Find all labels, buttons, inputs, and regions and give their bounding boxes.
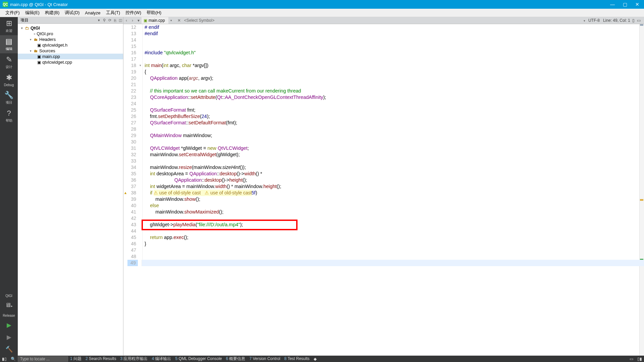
code-line[interactable]: 16#include "qtvlcwidget.h" [123,50,644,56]
code-text[interactable]: mainWindow.resize(mainWindow.sizeHint())… [142,164,246,171]
menu-item[interactable]: 编辑(E) [22,9,42,16]
code-text[interactable]: if (((float)widgetArea / (float)desktopA… [142,190,257,196]
sync-icon[interactable]: ⟳ [107,18,112,22]
maximize-button[interactable]: ▢ [623,2,627,7]
output-panel-button[interactable]: 1 问题 [68,356,84,361]
rail-item-编辑[interactable]: ▤编辑 [0,35,18,53]
dropdown-icon[interactable]: ▾ [96,18,102,22]
code-line[interactable]: ▲38 if (((float)widgetArea / (float)desk… [123,190,644,196]
code-line[interactable]: 17 [123,56,644,62]
code-text[interactable]: int main(int argc, char *argv[]) [142,62,208,69]
code-text[interactable]: #endif [142,31,158,37]
code-line[interactable]: 19{ [123,69,644,75]
menu-item[interactable]: 控件(W) [123,9,144,16]
split-right-icon[interactable]: ▯ [632,18,635,23]
tree-node[interactable]: ▾🖿Headers [18,37,123,42]
fold-icon[interactable]: ▾ [138,62,142,69]
project-tree[interactable]: ▾🗀QtGl▫QtGl.pro▾🖿Headers▣qtvlcwidget.h▾🖿… [18,24,123,66]
menu-item[interactable]: 工具(T) [103,9,123,16]
code-text[interactable]: else [142,202,159,209]
menu-item[interactable]: 帮助(H) [144,9,164,16]
output-panel-button[interactable]: 2 Search Results [84,356,118,361]
rail-hammer-button[interactable]: 🔨 [0,344,18,356]
code-line[interactable]: 32 mainWindow.setCentralWidget(glWidget)… [123,152,644,158]
code-line[interactable]: 20 QApplication app(argc, argv); [123,75,644,81]
locator-input[interactable]: Type to locate ... [18,356,68,362]
code-line[interactable]: 49 [123,260,644,266]
code-line[interactable]: 18▾int main(int argc, char *argv[]) [123,62,644,69]
tree-node[interactable]: ▣qtvlcwidget.cpp [18,59,123,65]
code-line[interactable]: 24 [123,101,644,107]
output-panel-button[interactable]: 7 Version Control [248,356,282,361]
code-text[interactable] [142,247,145,253]
symbol-selector[interactable]: <Select Symbol> [181,18,218,23]
tab-close-icon[interactable]: ✕ [177,18,181,23]
code-text[interactable] [142,101,145,107]
code-line[interactable]: 45 return app.exec(); [123,234,644,241]
code-line[interactable]: 41 mainWindow.showMaximized(); [123,209,644,215]
code-line[interactable]: 35 int desktopArea = QApplication::deskt… [123,171,644,177]
rail-item-项目[interactable]: 🔧项目 [0,89,18,107]
code-text[interactable]: fmt.setDepthBufferSize(24); [142,113,210,120]
rail-item-帮助[interactable]: ?帮助 [0,107,18,125]
code-line[interactable]: 27 QSurfaceFormat::setDefaultFormat(fmt)… [123,120,644,126]
code-line[interactable]: 28 [123,126,644,132]
encoding-chev-icon[interactable]: ▾ [582,19,587,22]
code-text[interactable] [142,43,145,50]
filter-icon[interactable]: ⚲ [102,18,107,22]
code-text[interactable]: // this important so we can call makeCur… [142,88,301,94]
code-text[interactable]: QSurfaceFormat::setDefaultFormat(fmt); [142,120,237,126]
nav-menu-button[interactable]: ▾ [136,18,142,23]
code-line[interactable]: 23 QCoreApplication::setAttribute(Qt::AA… [123,94,644,101]
rail-item-Debug[interactable]: ✱Debug [0,71,18,89]
file-dropdown-icon[interactable]: ▾ [168,19,174,22]
code-line[interactable]: 39 mainWindow.show(); [123,196,644,202]
encoding-label[interactable]: UTF-8 [588,18,600,23]
scroll-marker[interactable] [639,24,644,356]
code-text[interactable]: return app.exec(); [142,234,189,241]
rail-bottom-config[interactable]: Release [0,311,18,319]
nav-back-button[interactable]: ‹ [123,18,129,23]
code-text[interactable]: QMainWindow mainWindow; [142,132,212,139]
code-text[interactable]: # endif [142,24,159,31]
code-text[interactable]: QApplication app(argc, argv); [142,75,213,81]
output-panel-button[interactable]: 6 概要信息 [224,356,247,361]
code-line[interactable]: 29 QMainWindow mainWindow; [123,132,644,139]
code-text[interactable] [142,158,145,164]
minimize-button[interactable]: — [610,2,615,7]
code-line[interactable]: 13#endif [123,31,644,37]
code-text[interactable]: mainWindow.showMaximized(); [142,209,223,215]
output-panel-button[interactable]: 3 应用程序输出 [118,356,150,361]
code-text[interactable]: QSurfaceFormat fmt; [142,107,196,113]
close-button[interactable]: ✕ [635,2,639,7]
code-line[interactable]: 40 else [123,202,644,209]
menu-item[interactable]: 调试(D) [62,9,82,16]
code-line[interactable]: 34 mainWindow.resize(mainWindow.sizeHint… [123,164,644,171]
code-line[interactable]: 14 [123,37,644,43]
rail-bottom-kit[interactable]: QtGl [0,292,18,300]
file-tab[interactable]: ▣ main.cpp [142,17,168,24]
link-icon[interactable]: ⎘ [112,18,118,22]
progress-icon[interactable]: ▭ [628,357,635,361]
code-text[interactable] [142,126,145,132]
code-text[interactable]: #include "qtvlcwidget.h" [142,50,196,56]
code-line[interactable]: 21 [123,81,644,88]
code-text[interactable]: } [142,241,146,247]
code-text[interactable] [142,37,145,43]
code-line[interactable]: 37 int widgetArea = mainWindow.width() *… [123,183,644,190]
code-text[interactable]: { [142,69,146,75]
code-line[interactable]: 22 // this important so we can call make… [123,88,644,94]
rail-item-设计[interactable]: ✎设计 [0,53,18,71]
split-icon[interactable]: ◫ [118,18,123,22]
code-line[interactable]: 15 [123,43,644,50]
code-text[interactable] [142,139,145,145]
tree-node[interactable]: ▣qtvlcwidget.h [18,42,123,48]
code-line[interactable]: 36 QApplication::desktop()->height(); [123,177,644,183]
code-line[interactable]: 33 [123,158,644,164]
code-text[interactable] [142,253,145,260]
code-line[interactable]: 26 fmt.setDepthBufferSize(24); [123,113,644,120]
code-line[interactable]: 25 QSurfaceFormat fmt; [123,107,644,113]
code-editor[interactable]: 12# endif13#endif141516#include "qtvlcwi… [123,24,644,356]
rail-bottom-monitor[interactable]: 🖥▸ [0,300,18,311]
tree-node[interactable]: ▫QtGl.pro [18,31,123,37]
